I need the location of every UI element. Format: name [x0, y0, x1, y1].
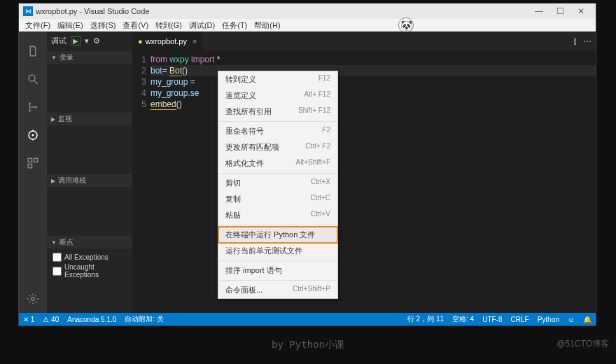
- menu-debug[interactable]: 调试(D): [186, 20, 218, 31]
- menu-bar: 文件(F) 编辑(E) 选择(S) 查看(V) 转到(G) 调试(D) 任务(T…: [19, 19, 596, 31]
- menu-item[interactable]: 在终端中运行 Python 文件: [218, 227, 337, 243]
- all-exceptions-checkbox[interactable]: All Exceptions: [52, 253, 127, 262]
- activity-bar: [19, 31, 47, 313]
- tab-filename: wxropbot.py: [146, 37, 187, 46]
- debug-config-icon[interactable]: ▾: [85, 36, 89, 46]
- status-eol[interactable]: CRLF: [511, 314, 529, 324]
- menu-file[interactable]: 文件(F): [22, 20, 54, 31]
- code-editor[interactable]: 1 2 3 4 5 from wxpy import * bot= Bot() …: [132, 51, 596, 313]
- tab-wxropbot[interactable]: ● wxropbot.py ×: [132, 31, 203, 51]
- menu-item[interactable]: 命令面板...Ctrl+Shift+P: [218, 282, 337, 298]
- tab-close-button[interactable]: ×: [192, 37, 197, 46]
- menu-item-label: 在终端中运行 Python 文件: [225, 230, 330, 240]
- menu-item[interactable]: 更改所有匹配项Ctrl+ F2: [218, 139, 337, 155]
- debug-label: 调试: [51, 36, 66, 46]
- gear-icon[interactable]: [24, 290, 41, 307]
- debug-header: 调试 ▶ ▾ ⚙: [47, 31, 132, 51]
- status-feedback-icon[interactable]: ☺: [568, 314, 575, 324]
- status-spaces[interactable]: 空格: 4: [452, 314, 474, 324]
- menu-item[interactable]: 转到定义F12: [218, 71, 337, 88]
- status-env[interactable]: Anaconda 5.1.0: [67, 316, 116, 323]
- editor-area: ● wxropbot.py × ⫿ ⋯ 1 2 3 4 5: [132, 31, 596, 313]
- scm-icon[interactable]: [24, 99, 41, 115]
- menu-separator: [218, 173, 337, 174]
- debug-gear-icon[interactable]: ⚙: [93, 36, 100, 46]
- explorer-icon[interactable]: [24, 43, 41, 59]
- menu-item[interactable]: 运行当前单元测试文件: [218, 243, 337, 259]
- vars-section[interactable]: 变量: [47, 51, 132, 64]
- extensions-icon[interactable]: [24, 155, 41, 172]
- avatar[interactable]: 🐼: [398, 18, 414, 33]
- menu-item-label: 速览定义: [225, 90, 304, 101]
- debug-sidebar: 调试 ▶ ▾ ⚙ 变量 监视 调用堆栈 断点 All Exceptions Un…: [47, 31, 132, 313]
- menu-item[interactable]: 格式化文件Alt+Shift+F: [218, 155, 337, 172]
- menu-item-shortcut: Alt+Shift+F: [296, 158, 330, 169]
- svg-rect-9: [28, 158, 31, 162]
- watermark-source: @51CTO博客: [556, 338, 609, 350]
- menu-item-shortcut: F12: [318, 74, 330, 85]
- svg-rect-10: [34, 158, 38, 162]
- menu-item-label: 重命名符号: [225, 126, 322, 136]
- menu-help[interactable]: 帮助(H): [251, 20, 284, 31]
- status-language[interactable]: Python: [538, 314, 559, 324]
- more-actions-icon[interactable]: ⋯: [583, 36, 592, 46]
- menu-item-shortcut: Alt+ F12: [304, 90, 330, 101]
- menu-go[interactable]: 转到(G): [152, 20, 186, 31]
- menu-item-shortcut: Ctrl+V: [311, 210, 330, 220]
- menu-separator: [218, 225, 337, 225]
- menu-item-label: 排序 import 语句: [225, 265, 330, 276]
- code-lines[interactable]: from wxpy import * bot= Bot() my_group =…: [150, 51, 596, 313]
- svg-point-0: [29, 75, 35, 81]
- menu-selection[interactable]: 选择(S): [87, 20, 120, 31]
- breakpoints-section[interactable]: 断点: [47, 236, 132, 248]
- menu-item-shortcut: Ctrl+C: [310, 194, 330, 204]
- menu-item-shortcut: Shift+ F12: [298, 106, 330, 117]
- svg-line-1: [34, 80, 38, 84]
- split-editor-icon[interactable]: ⫿: [573, 36, 578, 46]
- menu-item[interactable]: 剪切Ctrl+X: [218, 175, 337, 191]
- status-bar: ✕ 1 ⚠ 40 Anaconda 5.1.0 自动附加: 关 行 2，列 11…: [19, 313, 596, 326]
- close-button[interactable]: ✕: [570, 6, 592, 16]
- menu-item-shortcut: Ctrl+ F2: [305, 142, 330, 153]
- menu-item[interactable]: 排序 import 语句: [218, 262, 337, 279]
- minimize-button[interactable]: —: [528, 6, 550, 16]
- status-autoattach[interactable]: 自动附加: 关: [125, 314, 164, 324]
- svg-rect-11: [28, 164, 31, 168]
- menu-view[interactable]: 查看(V): [119, 20, 152, 31]
- menu-item-shortcut: Ctrl+X: [311, 178, 330, 188]
- search-icon[interactable]: [24, 71, 41, 88]
- menu-item-label: 运行当前单元测试文件: [225, 246, 330, 256]
- status-lncol[interactable]: 行 2，列 11: [407, 314, 444, 324]
- window-title: wxropbot.py - Visual Studio Code: [36, 7, 149, 15]
- status-encoding[interactable]: UTF-8: [482, 314, 502, 324]
- svg-point-4: [35, 106, 37, 108]
- status-bell-icon[interactable]: 🔔: [583, 314, 592, 324]
- menu-item[interactable]: 重命名符号F2: [218, 123, 337, 139]
- watch-section[interactable]: 监视: [47, 113, 132, 125]
- status-warnings[interactable]: ⚠ 40: [43, 316, 59, 323]
- title-bar: ⋈ wxropbot.py - Visual Studio Code — ☐ ✕: [19, 4, 596, 19]
- menu-item-label: 查找所有引用: [225, 106, 298, 117]
- start-debug-button[interactable]: ▶: [71, 36, 80, 46]
- menu-item-label: 复制: [225, 194, 310, 204]
- menu-item-label: 粘贴: [225, 210, 311, 220]
- svg-point-3: [29, 110, 31, 112]
- uncaught-exceptions-checkbox[interactable]: Uncaught Exceptions: [52, 263, 127, 279]
- svg-point-12: [31, 298, 35, 301]
- menu-edit[interactable]: 编辑(E): [54, 20, 87, 31]
- status-errors[interactable]: ✕ 1: [23, 316, 34, 323]
- callstack-section[interactable]: 调用堆栈: [47, 174, 132, 187]
- menu-item-label: 格式化文件: [225, 158, 296, 169]
- debug-icon[interactable]: [24, 127, 41, 144]
- line-gutter: 1 2 3 4 5: [132, 51, 150, 313]
- menu-item[interactable]: 速览定义Alt+ F12: [218, 88, 337, 104]
- menu-item[interactable]: 复制Ctrl+C: [218, 191, 337, 207]
- maximize-button[interactable]: ☐: [550, 6, 570, 16]
- menu-tasks[interactable]: 任务(T): [218, 20, 251, 31]
- menu-item[interactable]: 粘贴Ctrl+V: [218, 207, 337, 223]
- menu-item[interactable]: 查找所有引用Shift+ F12: [218, 104, 337, 120]
- watermark: by Python小课: [0, 339, 616, 351]
- menu-item-shortcut: Ctrl+Shift+P: [293, 285, 330, 295]
- menu-separator: [218, 260, 337, 261]
- menu-item-shortcut: F2: [322, 126, 330, 136]
